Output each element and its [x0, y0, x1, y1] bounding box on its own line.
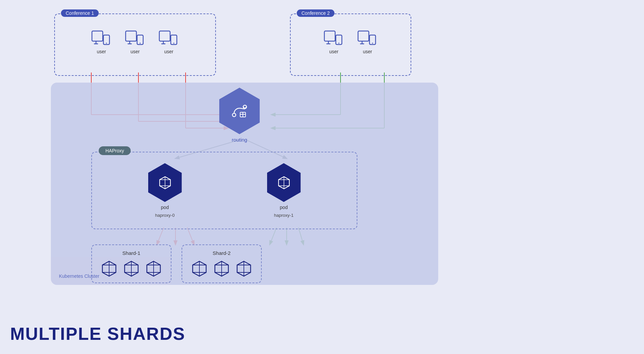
user-item: user: [125, 28, 145, 54]
pod-label-0: pod: [161, 205, 169, 210]
routing-container: routing: [219, 88, 260, 143]
user-label: user: [130, 49, 139, 54]
shard-cube-icon: [145, 260, 162, 277]
routing-hexagon: [219, 88, 260, 134]
svg-rect-28: [159, 31, 170, 41]
shard-1-label: Shard-1: [100, 250, 162, 256]
pod-name-0: haproxy-0: [155, 213, 175, 218]
pod-label-1: pod: [280, 205, 288, 210]
diagram-area: Kubernetes Cluster Conference 1 user: [10, 10, 634, 303]
conference-2-label: Conference 2: [297, 9, 334, 17]
svg-rect-33: [324, 31, 335, 41]
svg-point-27: [140, 43, 141, 44]
user-item: user: [91, 28, 111, 54]
page-title: MULTIPLE SHARDS: [10, 324, 185, 344]
conference-2-box: Conference 2 user: [290, 13, 411, 76]
svg-point-32: [173, 43, 174, 44]
conference-1-label: Conference 1: [61, 9, 99, 17]
user-item: user: [324, 28, 344, 54]
routing-label: routing: [232, 137, 247, 143]
svg-point-37: [339, 43, 340, 44]
shard-cube-icon: [235, 260, 253, 277]
shard-1-box: Shard-1: [91, 244, 171, 283]
shard-1-icons: [100, 260, 162, 277]
user-device-icon: [357, 28, 378, 46]
pod-cube-icon: [277, 175, 291, 190]
user-item: user: [159, 28, 179, 54]
routing-hex-inner: [231, 104, 248, 118]
user-label: user: [363, 49, 372, 54]
user-label: user: [164, 49, 173, 54]
haproxy-badge: HAProxy: [99, 146, 131, 155]
shard-cube-icon: [213, 260, 230, 277]
pod-hexagon-0: [148, 163, 182, 202]
user-device-icon: [159, 28, 179, 46]
shard-2-label: Shard-2: [191, 250, 253, 256]
conference-1-users: user user: [65, 28, 205, 54]
user-label: user: [329, 49, 338, 54]
pod-name-1: haproxy-1: [274, 213, 294, 218]
svg-point-22: [106, 43, 107, 44]
svg-point-42: [372, 43, 373, 44]
main-container: Kubernetes Cluster Conference 1 user: [0, 0, 644, 354]
user-label: user: [97, 49, 106, 54]
shard-cube-icon: [191, 260, 208, 277]
user-device-icon: [91, 28, 111, 46]
svg-point-43: [232, 113, 236, 117]
svg-rect-38: [358, 31, 369, 41]
pod-item-0: pod haproxy-0: [148, 163, 182, 218]
haproxy-section: HAProxy pod haproxy-0: [91, 152, 357, 229]
pods-row: pod haproxy-0 pod haproxy-1: [92, 152, 357, 229]
user-device-icon: [125, 28, 145, 46]
svg-rect-23: [126, 31, 136, 41]
user-item: user: [357, 28, 378, 54]
shard-2-icons: [191, 260, 253, 277]
conference-2-users: user user: [301, 28, 400, 54]
shards-row: Shard-1: [91, 244, 262, 283]
pod-cube-icon: [158, 175, 172, 190]
pod-item-1: pod haproxy-1: [267, 163, 301, 218]
shard-cube-icon: [123, 260, 140, 277]
conference-1-box: Conference 1 user: [54, 13, 216, 76]
shard-2-box: Shard-2: [182, 244, 262, 283]
routing-icon: [231, 104, 248, 118]
pod-hexagon-1: [267, 163, 301, 202]
shard-cube-icon: [100, 260, 118, 277]
user-device-icon: [324, 28, 344, 46]
svg-rect-18: [92, 31, 103, 41]
